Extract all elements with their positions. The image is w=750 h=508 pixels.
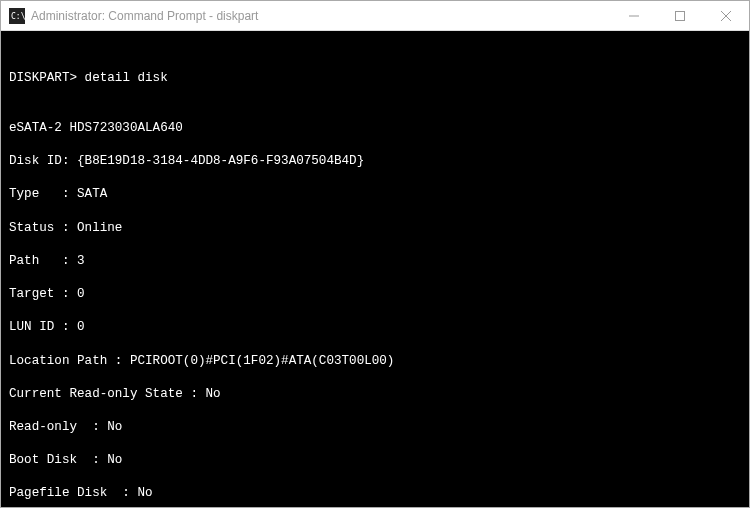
- maximize-button[interactable]: [657, 1, 703, 30]
- disk-boot: Boot Disk : No: [9, 452, 741, 469]
- disk-path: Path : 3: [9, 253, 741, 270]
- disk-pagefile: Pagefile Disk : No: [9, 485, 741, 502]
- command-text: detail disk: [85, 71, 168, 85]
- disk-ro-state: Current Read-only State : No: [9, 386, 741, 403]
- cmd-icon: C:\: [9, 8, 25, 24]
- disk-type: Type : SATA: [9, 186, 741, 203]
- titlebar[interactable]: C:\ Administrator: Command Prompt - disk…: [1, 1, 749, 31]
- svg-text:C:\: C:\: [11, 12, 25, 21]
- window-title: Administrator: Command Prompt - diskpart: [31, 9, 258, 23]
- disk-lun: LUN ID : 0: [9, 319, 741, 336]
- window-controls: [611, 1, 749, 30]
- disk-status: Status : Online: [9, 220, 741, 237]
- disk-location: Location Path : PCIROOT(0)#PCI(1F02)#ATA…: [9, 353, 741, 370]
- terminal-output[interactable]: DISKPART> detail disk eSATA-2 HDS723030A…: [1, 31, 749, 507]
- minimize-button[interactable]: [611, 1, 657, 30]
- prompt-line: DISKPART> detail disk: [9, 70, 741, 87]
- disk-readonly: Read-only : No: [9, 419, 741, 436]
- disk-id: Disk ID: {B8E19D18-3184-4DD8-A9F6-F93A07…: [9, 153, 741, 170]
- close-button[interactable]: [703, 1, 749, 30]
- svg-rect-3: [676, 11, 685, 20]
- disk-target: Target : 0: [9, 286, 741, 303]
- disk-model: eSATA-2 HDS723030ALA640: [9, 120, 741, 137]
